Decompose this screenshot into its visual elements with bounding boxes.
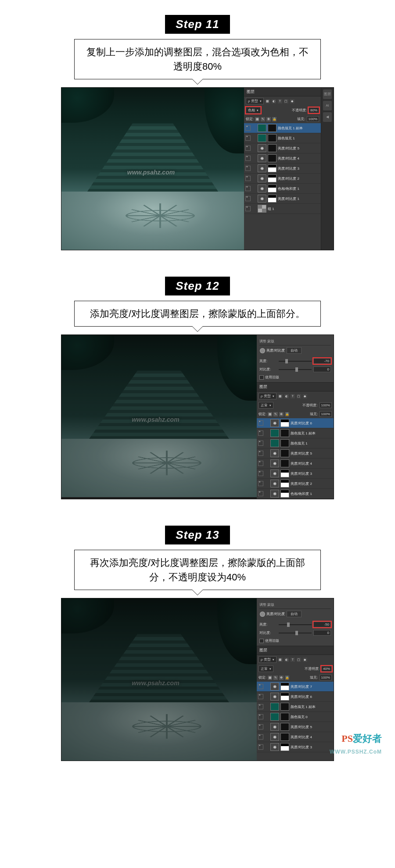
opacity-value[interactable]: 80% bbox=[309, 107, 319, 113]
visibility-icon[interactable] bbox=[258, 451, 263, 456]
layer-thumb[interactable] bbox=[280, 703, 289, 711]
checkbox-icon[interactable] bbox=[259, 375, 264, 380]
layer-thumb[interactable] bbox=[280, 723, 289, 731]
lock-icon[interactable]: ✥ bbox=[266, 117, 271, 121]
layer-row[interactable]: 颜色填充 1 副本 bbox=[244, 123, 321, 133]
layer-thumb[interactable] bbox=[270, 480, 279, 487]
layer-name[interactable]: 颜色填充 0 bbox=[291, 715, 308, 719]
layer-thumb[interactable] bbox=[270, 683, 279, 690]
layer-name[interactable]: 亮度/对比度 2 bbox=[278, 176, 299, 181]
layer-name[interactable]: 亮度/对比度 6 bbox=[291, 421, 312, 426]
filter-icon[interactable]: ◐ bbox=[272, 99, 276, 103]
filter-icon[interactable]: T bbox=[291, 394, 295, 398]
lock-icon[interactable]: ▦ bbox=[268, 676, 272, 680]
layer-row[interactable]: 亮度/对比度 2 bbox=[244, 174, 321, 184]
layer-thumb[interactable] bbox=[258, 134, 266, 142]
layer-name[interactable]: 亮度/对比度 3 bbox=[291, 471, 312, 476]
filter-icon[interactable]: ◆ bbox=[303, 394, 307, 398]
layer-thumb[interactable] bbox=[268, 134, 276, 142]
layer-name[interactable]: 颜色填充 1 bbox=[291, 441, 308, 446]
visibility-icon[interactable] bbox=[245, 186, 251, 191]
layer-name[interactable]: 亮度/对比度 3 bbox=[291, 745, 312, 750]
legacy-checkbox-row[interactable]: 使用旧版 bbox=[259, 638, 331, 643]
visibility-icon[interactable] bbox=[258, 471, 263, 476]
visibility-icon[interactable] bbox=[258, 441, 263, 446]
slider-value[interactable]: 0 bbox=[313, 630, 331, 636]
slider-knob[interactable] bbox=[295, 367, 298, 372]
visibility-icon[interactable] bbox=[258, 694, 263, 699]
blend-mode-dropdown[interactable]: 正常 bbox=[259, 665, 273, 672]
blend-mode-dropdown[interactable]: 正常 bbox=[259, 402, 273, 409]
fill-value[interactable]: 100% bbox=[320, 675, 332, 680]
layer-row[interactable]: 颜色填充 1 副本 bbox=[257, 428, 334, 438]
properties-tabs[interactable]: 调整 蒙版 bbox=[259, 601, 331, 609]
layer-thumb[interactable] bbox=[280, 743, 289, 751]
layer-thumb[interactable] bbox=[280, 470, 289, 477]
layer-name[interactable]: 亮度/对比度 3 bbox=[278, 166, 299, 171]
slider-track[interactable] bbox=[279, 624, 312, 625]
layer-row[interactable]: 亮度/对比度 7 bbox=[257, 682, 334, 692]
lock-icon[interactable]: ▦ bbox=[268, 412, 272, 416]
layer-thumb[interactable] bbox=[270, 693, 279, 701]
layer-thumb[interactable] bbox=[258, 154, 266, 162]
visibility-icon[interactable] bbox=[258, 491, 263, 496]
layer-thumb[interactable] bbox=[280, 683, 289, 690]
layer-thumb[interactable] bbox=[258, 205, 266, 213]
opacity-value[interactable]: 100% bbox=[320, 402, 332, 408]
visibility-icon[interactable] bbox=[258, 734, 263, 740]
filter-icon[interactable]: ▢ bbox=[284, 99, 288, 103]
auto-button[interactable]: 自动 bbox=[287, 611, 302, 617]
opacity-value[interactable]: 40% bbox=[321, 666, 332, 672]
layer-thumb[interactable] bbox=[270, 713, 279, 721]
visibility-icon[interactable] bbox=[258, 684, 263, 689]
layer-row[interactable]: 组 1 bbox=[244, 204, 321, 214]
layer-row[interactable]: 色相/饱和度 1 bbox=[257, 489, 334, 499]
layer-thumb[interactable] bbox=[270, 429, 279, 437]
layer-thumb[interactable] bbox=[268, 124, 276, 132]
layer-thumb[interactable] bbox=[270, 490, 279, 498]
visibility-icon[interactable] bbox=[245, 176, 251, 181]
layer-row[interactable]: 颜色填充 0 bbox=[257, 712, 334, 722]
layer-thumb[interactable] bbox=[268, 154, 276, 162]
lock-icon[interactable]: ✎ bbox=[273, 676, 278, 680]
filter-icon[interactable]: ▦ bbox=[278, 658, 283, 662]
panel-toggle-icon[interactable]: 图层 bbox=[323, 89, 332, 99]
filter-icon[interactable]: ▦ bbox=[266, 99, 270, 103]
slider-track[interactable] bbox=[279, 633, 312, 633]
layer-row[interactable]: 亮度/对比度 3 bbox=[244, 164, 321, 174]
lock-icon[interactable]: 🔒 bbox=[272, 117, 276, 121]
layer-thumb[interactable] bbox=[280, 449, 289, 457]
filter-icon[interactable]: ◆ bbox=[290, 99, 294, 103]
layer-name[interactable]: 颜色填充 1 bbox=[278, 136, 295, 141]
layer-thumb[interactable] bbox=[280, 459, 289, 467]
visibility-icon[interactable] bbox=[258, 420, 263, 426]
checkbox-icon[interactable] bbox=[259, 639, 264, 643]
slider-value[interactable]: 0 bbox=[313, 366, 331, 372]
slider-knob[interactable] bbox=[285, 359, 288, 363]
slider-knob[interactable] bbox=[295, 631, 298, 635]
layer-name[interactable]: 色相/饱和度 1 bbox=[291, 491, 312, 496]
filter-icon[interactable]: ▦ bbox=[278, 394, 283, 398]
visibility-icon[interactable] bbox=[258, 724, 263, 729]
layer-thumb[interactable] bbox=[270, 723, 279, 731]
visibility-icon[interactable] bbox=[258, 481, 263, 486]
layer-row[interactable]: 亮度/对比度 3 bbox=[257, 742, 334, 752]
layer-thumb[interactable] bbox=[270, 449, 279, 457]
visibility-icon[interactable] bbox=[258, 430, 263, 436]
filter-icon[interactable]: ◐ bbox=[284, 394, 289, 398]
layer-thumb[interactable] bbox=[268, 185, 276, 192]
visibility-icon[interactable] bbox=[245, 135, 251, 141]
layer-thumb[interactable] bbox=[280, 733, 289, 741]
layer-thumb[interactable] bbox=[268, 164, 276, 172]
auto-button[interactable]: 自动 bbox=[287, 347, 302, 354]
legacy-checkbox-row[interactable]: 使用旧版 bbox=[259, 375, 331, 380]
layer-row[interactable]: 亮度/对比度 1 bbox=[244, 194, 321, 204]
visibility-icon[interactable] bbox=[258, 461, 263, 466]
layer-name[interactable]: 亮度/对比度 5 bbox=[291, 725, 312, 729]
layer-thumb[interactable] bbox=[280, 419, 289, 427]
filter-icon[interactable]: ▢ bbox=[297, 658, 301, 662]
layer-thumb[interactable] bbox=[268, 174, 276, 182]
layer-row[interactable]: 亮度/对比度 4 bbox=[257, 459, 334, 469]
layer-thumb[interactable] bbox=[268, 195, 276, 203]
filter-icon[interactable]: ◆ bbox=[303, 658, 307, 662]
